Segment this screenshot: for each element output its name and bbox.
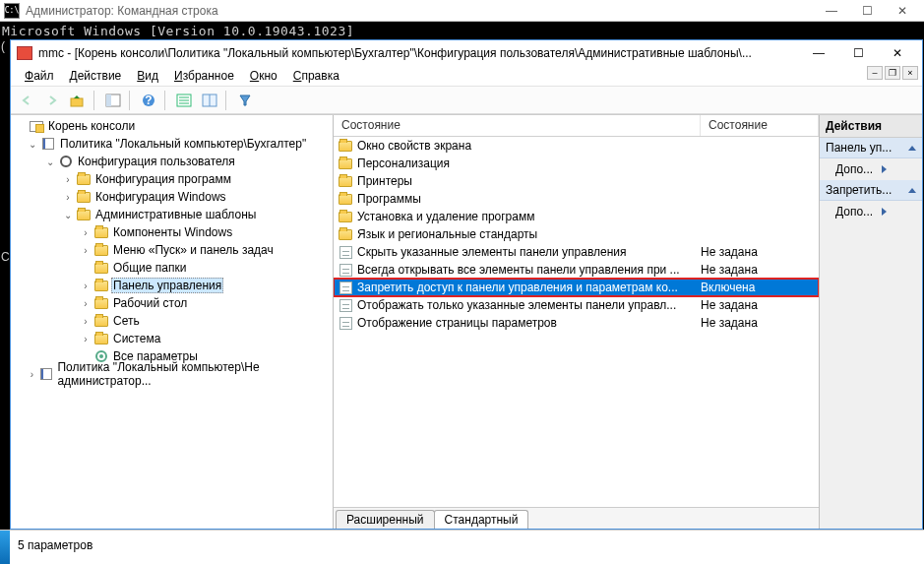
- list-row[interactable]: Программы: [334, 190, 819, 208]
- filter-button[interactable]: [233, 89, 257, 112]
- list-row[interactable]: Скрыть указанные элементы панели управле…: [334, 243, 819, 261]
- folder-icon: [338, 192, 353, 206]
- svg-rect-2: [106, 94, 111, 106]
- folder-icon: [338, 210, 353, 223]
- toolbar: ?: [11, 87, 922, 114]
- list-row[interactable]: Всегда открывать все элементы панели упр…: [334, 261, 819, 279]
- tab-extended[interactable]: Расширенный: [336, 510, 435, 529]
- cmd-title: Администратор: Командная строка: [26, 4, 218, 18]
- item-name: Окно свойств экрана: [357, 139, 701, 153]
- cmd-close-button[interactable]: ✕: [885, 4, 920, 18]
- list-header: Состояние Состояние: [334, 115, 819, 137]
- item-state: Включена: [701, 281, 819, 294]
- menu-favorites[interactable]: Избранное: [168, 67, 240, 85]
- folder-icon: [338, 157, 353, 170]
- up-button[interactable]: [66, 89, 90, 112]
- list-row[interactable]: Запретить доступ к панели управления и п…: [334, 279, 819, 296]
- tree-pane[interactable]: Корень консоли ⌄ Политика "Локальный ком…: [11, 115, 334, 529]
- list-row[interactable]: Принтеры: [334, 172, 819, 190]
- tree-userconf[interactable]: ⌄ Конфигурация пользователя: [13, 153, 331, 170]
- menu-file[interactable]: Файл: [19, 67, 60, 85]
- mmc-app-icon: [17, 46, 32, 60]
- tree-compwin[interactable]: › Компоненты Windows: [13, 223, 331, 241]
- folder-icon: [338, 227, 353, 241]
- arrow-right-icon: [882, 165, 891, 173]
- tree-ctrlpanel[interactable]: › Панель управления: [13, 277, 331, 294]
- list-row[interactable]: Установка и удаление программ: [334, 208, 819, 225]
- list-tabs: Расширенный Стандартный: [334, 507, 819, 529]
- cmd-minimize-button[interactable]: —: [814, 4, 849, 18]
- list-row[interactable]: Язык и региональные стандарты: [334, 225, 819, 243]
- action-more-1[interactable]: Допо...: [820, 158, 922, 180]
- help-button[interactable]: ?: [137, 89, 160, 112]
- mmc-minimize-button[interactable]: —: [800, 42, 837, 64]
- item-state: Не задана: [701, 245, 819, 259]
- mmc-titlebar[interactable]: mmc - [Корень консоли\Политика "Локальны…: [11, 40, 922, 65]
- mmc-window: mmc - [Корень консоли\Политика "Локальны…: [10, 39, 923, 530]
- tab-standard[interactable]: Стандартный: [434, 510, 529, 529]
- item-state: Не задана: [701, 316, 819, 330]
- mdi-restore-button[interactable]: ❐: [885, 66, 900, 80]
- tree-policy2[interactable]: › Политика "Локальный компьютер\Не админ…: [13, 365, 331, 383]
- statusbar: 5 параметров: [0, 530, 924, 564]
- cmd-titlebar: C:\ Администратор: Командная строка — ☐ …: [0, 0, 924, 22]
- action-more-2[interactable]: Допо...: [820, 201, 922, 222]
- setting-icon: [338, 263, 353, 277]
- tree-startmenu[interactable]: › Меню «Пуск» и панель задач: [13, 241, 331, 259]
- action-group-deny[interactable]: Запретить...: [820, 180, 922, 201]
- svg-point-12: [99, 354, 103, 358]
- mdi-close-button[interactable]: ×: [902, 66, 918, 80]
- list-row[interactable]: Отображение страницы параметровНе задана: [334, 314, 819, 332]
- item-name: Принтеры: [357, 174, 701, 188]
- view-list-button[interactable]: [172, 89, 196, 112]
- tree-confwin[interactable]: › Конфигурация Windows: [13, 188, 331, 206]
- mmc-close-button[interactable]: ✕: [879, 42, 916, 64]
- list-row[interactable]: Окно свойств экрана: [334, 137, 819, 155]
- action-group-deny-label: Запретить...: [826, 183, 892, 197]
- view-details-button[interactable]: [198, 89, 221, 112]
- setting-icon: [338, 316, 353, 330]
- setting-icon: [338, 281, 353, 294]
- menu-window[interactable]: Окно: [244, 67, 283, 85]
- folder-icon: [338, 139, 353, 153]
- folder-icon: [338, 174, 353, 188]
- tree-confprog[interactable]: › Конфигурация программ: [13, 170, 331, 188]
- tree-system[interactable]: › Система: [13, 330, 331, 347]
- mdi-minimize-button[interactable]: –: [867, 66, 883, 80]
- item-name: Запретить доступ к панели управления и п…: [357, 281, 701, 294]
- list-body[interactable]: Окно свойств экранаПерсонализацияПринтер…: [334, 137, 819, 507]
- list-pane: Состояние Состояние Окно свойств экранаП…: [334, 115, 820, 529]
- console-left-strip: ( C: [0, 39, 10, 564]
- status-text: 5 параметров: [10, 531, 100, 564]
- tree-network[interactable]: › Сеть: [13, 312, 331, 330]
- actions-header: Действия: [820, 115, 922, 138]
- item-name: Программы: [357, 192, 701, 206]
- tree-policy1[interactable]: ⌄ Политика "Локальный компьютер\Бухгалте…: [13, 135, 331, 153]
- tree-desktop[interactable]: › Рабочий стол: [13, 294, 331, 312]
- back-button[interactable]: [15, 89, 38, 112]
- list-row[interactable]: Отображать только указанные элементы пан…: [334, 296, 819, 314]
- mmc-maximize-button[interactable]: ☐: [839, 42, 877, 64]
- svg-text:?: ?: [145, 94, 152, 107]
- show-hide-tree-button[interactable]: [101, 89, 125, 112]
- item-name: Скрыть указанные элементы панели управле…: [357, 245, 701, 259]
- col-header-state[interactable]: Состояние: [701, 115, 819, 136]
- cmd-maximize-button[interactable]: ☐: [849, 4, 885, 18]
- list-row[interactable]: Персонализация: [334, 155, 819, 172]
- col-header-name[interactable]: Состояние: [334, 115, 701, 136]
- tree-sharedfolders[interactable]: Общие папки: [13, 259, 331, 277]
- action-group-panel-label: Панель уп...: [826, 141, 892, 155]
- item-name: Установка и удаление программ: [357, 210, 701, 223]
- item-state: Не задана: [701, 298, 819, 312]
- setting-icon: [338, 245, 353, 259]
- tree-root[interactable]: Корень консоли: [13, 117, 331, 135]
- tree-admtempl[interactable]: ⌄ Административные шаблоны: [13, 206, 331, 223]
- menu-action[interactable]: Действие: [64, 67, 128, 85]
- action-group-panel[interactable]: Панель уп...: [820, 138, 922, 158]
- menu-help[interactable]: Справка: [287, 67, 345, 85]
- forward-button[interactable]: [40, 89, 64, 112]
- actions-pane: Действия Панель уп... Допо... Запретить.…: [820, 115, 922, 529]
- arrow-right-icon: [882, 208, 891, 216]
- menu-view[interactable]: Вид: [131, 67, 164, 85]
- menubar: Файл Действие Вид Избранное Окно Справка…: [11, 65, 922, 87]
